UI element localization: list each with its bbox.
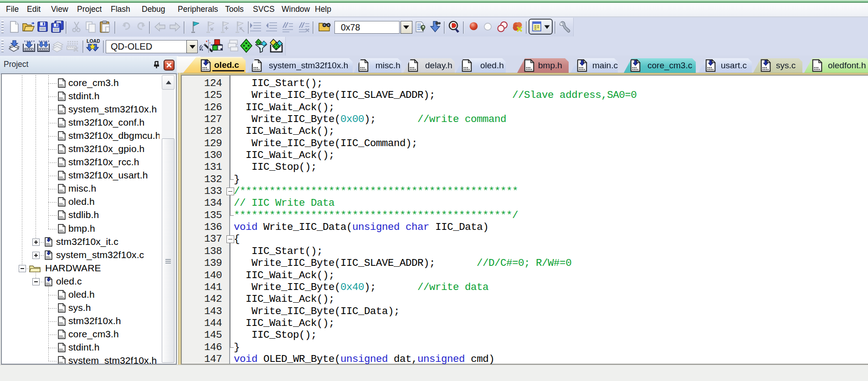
svg-text:LOAD: LOAD: [87, 38, 100, 44]
